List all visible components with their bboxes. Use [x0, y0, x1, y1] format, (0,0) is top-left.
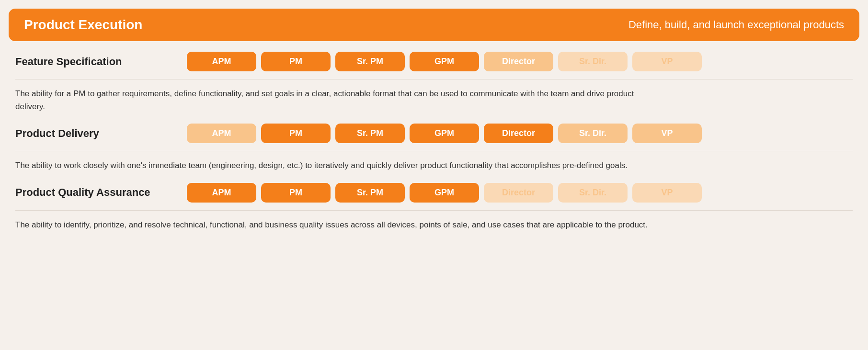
section-desc-feature-specification: The ability for a PM to gather requireme…: [0, 79, 671, 113]
badge-feature-specification-apm[interactable]: APM: [187, 52, 256, 71]
badge-product-delivery-vp[interactable]: VP: [632, 124, 702, 143]
badge-product-delivery-apm[interactable]: APM: [187, 124, 256, 143]
badge-product-delivery-pm[interactable]: PM: [261, 124, 331, 143]
badge-product-quality-assurance-apm[interactable]: APM: [187, 183, 256, 203]
sections-container: Feature SpecificationAPMPMSr. PMGPMDirec…: [0, 41, 868, 231]
section-header-feature-specification: Feature SpecificationAPMPMSr. PMGPMDirec…: [15, 52, 853, 71]
section-product-quality-assurance: Product Quality AssuranceAPMPMSr. PMGPMD…: [0, 172, 868, 203]
section-header-product-quality-assurance: Product Quality AssuranceAPMPMSr. PMGPMD…: [15, 183, 853, 203]
badge-feature-specification-vp[interactable]: VP: [632, 52, 702, 71]
badge-feature-specification-gpm[interactable]: GPM: [410, 52, 479, 71]
section-title-product-delivery: Product Delivery: [15, 127, 178, 140]
badge-product-delivery-gpm[interactable]: GPM: [410, 124, 479, 143]
page-wrapper: Product Execution Define, build, and lau…: [0, 9, 868, 231]
badge-product-quality-assurance-gpm[interactable]: GPM: [410, 183, 479, 203]
header-subtitle: Define, build, and launch exceptional pr…: [628, 19, 844, 31]
badge-product-quality-assurance-director[interactable]: Director: [484, 183, 553, 203]
badge-feature-specification-director[interactable]: Director: [484, 52, 553, 71]
section-desc-product-quality-assurance: The ability to identify, prioritize, and…: [0, 211, 671, 231]
badge-product-quality-assurance-sr-dir[interactable]: Sr. Dir.: [558, 183, 628, 203]
badges-feature-specification: APMPMSr. PMGPMDirectorSr. Dir.VP: [187, 52, 702, 71]
header-title: Product Execution: [24, 17, 142, 33]
badge-product-quality-assurance-vp[interactable]: VP: [632, 183, 702, 203]
section-header-product-delivery: Product DeliveryAPMPMSr. PMGPMDirectorSr…: [15, 124, 853, 143]
badge-product-quality-assurance-sr-pm[interactable]: Sr. PM: [335, 183, 405, 203]
badge-feature-specification-pm[interactable]: PM: [261, 52, 331, 71]
badge-product-delivery-sr-dir[interactable]: Sr. Dir.: [558, 124, 628, 143]
section-title-feature-specification: Feature Specification: [15, 56, 178, 68]
badges-product-quality-assurance: APMPMSr. PMGPMDirectorSr. Dir.VP: [187, 183, 702, 203]
badge-feature-specification-sr-dir[interactable]: Sr. Dir.: [558, 52, 628, 71]
badge-product-delivery-sr-pm[interactable]: Sr. PM: [335, 124, 405, 143]
section-desc-product-delivery: The ability to work closely with one's i…: [0, 151, 671, 172]
section-product-delivery: Product DeliveryAPMPMSr. PMGPMDirectorSr…: [0, 113, 868, 143]
badges-product-delivery: APMPMSr. PMGPMDirectorSr. Dir.VP: [187, 124, 702, 143]
section-title-product-quality-assurance: Product Quality Assurance: [15, 186, 178, 199]
badge-product-quality-assurance-pm[interactable]: PM: [261, 183, 331, 203]
badge-feature-specification-sr-pm[interactable]: Sr. PM: [335, 52, 405, 71]
section-feature-specification: Feature SpecificationAPMPMSr. PMGPMDirec…: [0, 41, 868, 71]
header-banner: Product Execution Define, build, and lau…: [9, 9, 859, 41]
badge-product-delivery-director[interactable]: Director: [484, 124, 553, 143]
